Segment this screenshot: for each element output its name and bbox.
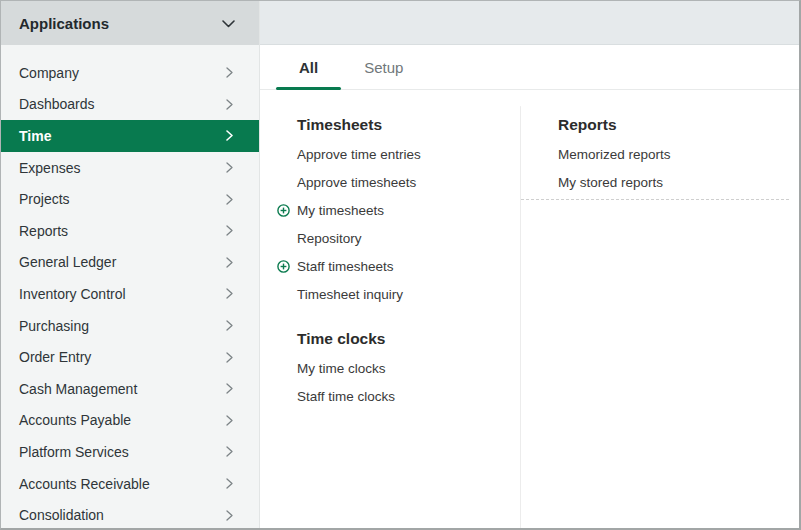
link-my-timesheets[interactable]: My timesheets <box>297 203 384 219</box>
section-timesheets: Timesheets Approve time entries Approve … <box>297 117 520 303</box>
chevron-right-icon <box>226 130 233 141</box>
tab-label: All <box>299 59 318 76</box>
menu-column-right: Reports Memorized reports My stored repo… <box>521 91 799 528</box>
chevron-right-icon <box>226 288 233 299</box>
sidebar-item-label: Cash Management <box>19 381 137 397</box>
chevron-right-icon <box>226 383 233 394</box>
link-my-stored-reports[interactable]: My stored reports <box>558 175 663 191</box>
sidebar-item-consolidation[interactable]: Consolidation <box>1 499 259 530</box>
link-approve-time-entries[interactable]: Approve time entries <box>297 147 421 163</box>
top-strip <box>260 1 799 45</box>
sidebar-item-projects[interactable]: Projects <box>1 183 259 215</box>
tab-all[interactable]: All <box>276 45 341 89</box>
sidebar-item-label: General Ledger <box>19 254 116 270</box>
link-label: My timesheets <box>297 203 384 218</box>
sidebar-item-label: Platform Services <box>19 444 129 460</box>
menu-column-left: Timesheets Approve time entries Approve … <box>260 91 520 528</box>
sidebar-item-label: Accounts Payable <box>19 412 131 428</box>
sidebar-module-list: Company Dashboards Time Expenses Project… <box>1 45 259 530</box>
tab-setup[interactable]: Setup <box>341 45 426 89</box>
menu-tab-bar: All Setup <box>260 45 799 90</box>
link-my-time-clocks[interactable]: My time clocks <box>297 361 386 377</box>
chevron-right-icon <box>226 478 233 489</box>
section-time-clocks: Time clocks My time clocks Staff time cl… <box>297 331 520 405</box>
chevron-right-icon <box>226 320 233 331</box>
chevron-right-icon <box>226 99 233 110</box>
chevron-right-icon <box>226 352 233 363</box>
chevron-right-icon <box>226 162 233 173</box>
chevron-right-icon <box>226 415 233 426</box>
sidebar-item-label: Dashboards <box>19 96 95 112</box>
link-timesheet-inquiry[interactable]: Timesheet inquiry <box>297 287 403 303</box>
section-title: Reports <box>558 117 799 133</box>
applications-menu-toggle[interactable]: Applications <box>1 1 259 45</box>
sidebar-item-label: Consolidation <box>19 507 104 523</box>
plus-circle-icon[interactable] <box>277 260 290 273</box>
sidebar-item-label: Order Entry <box>19 349 91 365</box>
sidebar-item-label: Time <box>19 128 51 144</box>
link-approve-timesheets[interactable]: Approve timesheets <box>297 175 416 191</box>
module-menu-panel: All Setup Timesheets Approve time entrie… <box>260 1 799 528</box>
menu-content: Timesheets Approve time entries Approve … <box>260 91 799 528</box>
plus-circle-icon[interactable] <box>277 204 290 217</box>
sidebar-item-cash-management[interactable]: Cash Management <box>1 373 259 405</box>
link-staff-timesheets[interactable]: Staff timesheets <box>297 259 394 275</box>
chevron-right-icon <box>226 446 233 457</box>
applications-mega-menu: Applications Company Dashboards Time Exp… <box>0 0 801 530</box>
sidebar-item-label: Expenses <box>19 160 80 176</box>
sidebar-item-platform-services[interactable]: Platform Services <box>1 436 259 468</box>
sidebar-item-order-entry[interactable]: Order Entry <box>1 341 259 373</box>
applications-sidebar: Applications Company Dashboards Time Exp… <box>1 1 260 528</box>
chevron-right-icon <box>226 225 233 236</box>
chevron-down-icon <box>222 14 235 32</box>
link-label: Staff timesheets <box>297 259 394 274</box>
sidebar-item-label: Purchasing <box>19 318 89 334</box>
link-memorized-reports[interactable]: Memorized reports <box>558 147 671 163</box>
applications-menu-title: Applications <box>19 15 109 32</box>
sidebar-item-reports[interactable]: Reports <box>1 215 259 247</box>
sidebar-item-expenses[interactable]: Expenses <box>1 152 259 184</box>
sidebar-item-label: Projects <box>19 191 70 207</box>
section-title: Timesheets <box>297 117 520 133</box>
sidebar-item-general-ledger[interactable]: General Ledger <box>1 247 259 279</box>
chevron-right-icon <box>226 194 233 205</box>
chevron-right-icon <box>226 67 233 78</box>
chevron-right-icon <box>226 510 233 521</box>
sidebar-item-inventory-control[interactable]: Inventory Control <box>1 278 259 310</box>
sidebar-item-label: Reports <box>19 223 68 239</box>
sidebar-item-company[interactable]: Company <box>1 57 259 89</box>
sidebar-item-accounts-receivable[interactable]: Accounts Receivable <box>1 468 259 500</box>
sidebar-item-label: Accounts Receivable <box>19 476 150 492</box>
tab-label: Setup <box>364 59 403 76</box>
sidebar-item-label: Company <box>19 65 79 81</box>
sidebar-item-dashboards[interactable]: Dashboards <box>1 89 259 121</box>
link-staff-time-clocks[interactable]: Staff time clocks <box>297 389 395 405</box>
sidebar-item-accounts-payable[interactable]: Accounts Payable <box>1 405 259 437</box>
sidebar-item-purchasing[interactable]: Purchasing <box>1 310 259 342</box>
section-title: Time clocks <box>297 331 520 347</box>
sidebar-item-label: Inventory Control <box>19 286 126 302</box>
chevron-right-icon <box>226 257 233 268</box>
section-reports: Reports Memorized reports My stored repo… <box>558 117 799 191</box>
sidebar-item-time[interactable]: Time <box>1 120 259 152</box>
link-repository[interactable]: Repository <box>297 231 362 247</box>
